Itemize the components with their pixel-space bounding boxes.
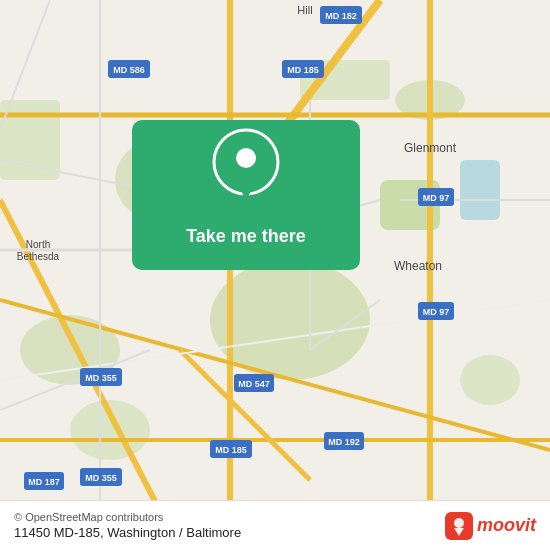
svg-text:MD 192: MD 192	[328, 437, 360, 447]
svg-text:MD 185: MD 185	[287, 65, 319, 75]
svg-point-62	[454, 518, 464, 528]
svg-text:Bethesda: Bethesda	[17, 251, 60, 262]
svg-text:MD 355: MD 355	[85, 373, 117, 383]
moovit-text: moovit	[477, 515, 536, 536]
svg-text:MD 355: MD 355	[85, 473, 117, 483]
svg-text:North: North	[26, 239, 50, 250]
svg-text:Take me there: Take me there	[186, 226, 306, 246]
attribution-text: © OpenStreetMap contributors	[14, 511, 241, 523]
svg-rect-10	[0, 100, 60, 180]
svg-text:MD 97: MD 97	[423, 193, 450, 203]
address-text: 11450 MD-185, Washington / Baltimore	[14, 525, 241, 540]
svg-text:Hill: Hill	[297, 4, 312, 16]
svg-text:MD 586: MD 586	[113, 65, 145, 75]
svg-text:MD 97: MD 97	[423, 307, 450, 317]
svg-rect-4	[460, 160, 500, 220]
moovit-logo: moovit	[445, 512, 536, 540]
svg-point-9	[460, 355, 520, 405]
svg-text:MD 182: MD 182	[325, 11, 357, 21]
svg-text:MD 187: MD 187	[28, 477, 60, 487]
moovit-icon	[445, 512, 473, 540]
svg-point-58	[236, 148, 256, 168]
svg-text:Wheaton: Wheaton	[394, 259, 442, 273]
map-container: MD 182 MD 586 MD 185 MD 97 MD 97 MD 355 …	[0, 0, 550, 550]
map-background: MD 182 MD 586 MD 185 MD 97 MD 97 MD 355 …	[0, 0, 550, 550]
svg-text:MD 547: MD 547	[238, 379, 270, 389]
bottom-bar: © OpenStreetMap contributors 11450 MD-18…	[0, 500, 550, 550]
svg-text:Glenmont: Glenmont	[404, 141, 457, 155]
svg-text:MD 185: MD 185	[215, 445, 247, 455]
